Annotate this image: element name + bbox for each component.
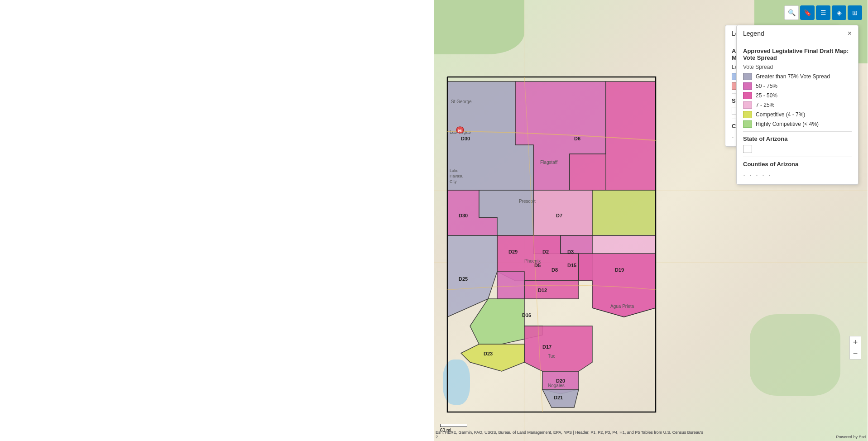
right-legend-close[interactable]: × [848, 30, 852, 37]
right-zoom-controls: + − [849, 336, 861, 360]
right-legend-header: Legend × [737, 25, 858, 41]
right-item-25-50: 25 - 50% [743, 92, 852, 99]
right-vote-spread-label: Vote Spread [743, 64, 852, 70]
search-button[interactable]: 🔍 [784, 5, 799, 20]
50-75-swatch [743, 82, 752, 90]
right-scale-bar-line [440, 424, 467, 427]
right-legend-section-title: Approved Legislative Final Draft Map: Vo… [743, 48, 852, 61]
gt75-swatch [743, 73, 752, 80]
right-divider-2 [743, 157, 852, 157]
right-toolbar: 🔖 ☰ ◈ ⊞ [800, 5, 862, 20]
right-zoom-in[interactable]: + [849, 336, 861, 348]
25-50-label: 25 - 50% [756, 92, 777, 99]
right-forest-nw [434, 0, 524, 54]
right-item-50-75: 50 - 75% [743, 82, 852, 90]
right-item-highly-competitive: Highly Competitive (< 4%) [743, 120, 852, 128]
gt75-label: Greater than 75% Vote Spread [756, 73, 830, 80]
right-legend-panel: Legend × Approved Legislative Final Draf… [736, 25, 858, 185]
right-list-button[interactable]: ☰ [816, 5, 830, 20]
right-grid-button[interactable]: ⊞ [848, 5, 862, 20]
right-item-gt75: Greater than 75% Vote Spread [743, 73, 852, 80]
right-map-panel: D30 D6 D7 D30 D29 D2 D3 D5 D8 D15 D12 D2… [434, 0, 868, 441]
right-forest-south [750, 314, 840, 396]
highly-competitive-swatch [743, 120, 752, 128]
right-state-section: State of Arizona [743, 135, 852, 142]
right-loading-dots: · · · · · [743, 170, 772, 180]
right-counties-loading: · · · · · [743, 170, 852, 180]
right-state-item [743, 145, 852, 153]
right-counties-section: Counties of Arizona [743, 161, 852, 168]
right-bookmark-button[interactable]: 🔖 [800, 5, 815, 20]
7-25-swatch [743, 101, 752, 109]
competitive-swatch [743, 111, 752, 118]
right-item-7-25: 7 - 25% [743, 101, 852, 109]
right-legend-body: Approved Legislative Final Draft Map: Vo… [737, 41, 858, 184]
right-zoom-out[interactable]: − [849, 348, 861, 360]
right-water-lake [443, 360, 470, 405]
right-divider-1 [743, 131, 852, 132]
25-50-swatch [743, 92, 752, 99]
right-attribution: Esri, HERE, Garmin, FAO, USGS, Bureau of… [436, 430, 707, 439]
50-75-label: 50 - 75% [756, 83, 777, 89]
right-item-competitive: Competitive (4 - 7%) [743, 111, 852, 118]
right-powered-by: Powered by Esri [836, 435, 866, 439]
right-state-swatch [743, 145, 752, 153]
competitive-label: Competitive (4 - 7%) [756, 111, 805, 118]
right-layers-button[interactable]: ◈ [832, 5, 846, 20]
right-legend-title: Legend [743, 30, 764, 37]
highly-competitive-label: Highly Competitive (< 4%) [756, 121, 819, 127]
7-25-label: 7 - 25% [756, 102, 774, 108]
